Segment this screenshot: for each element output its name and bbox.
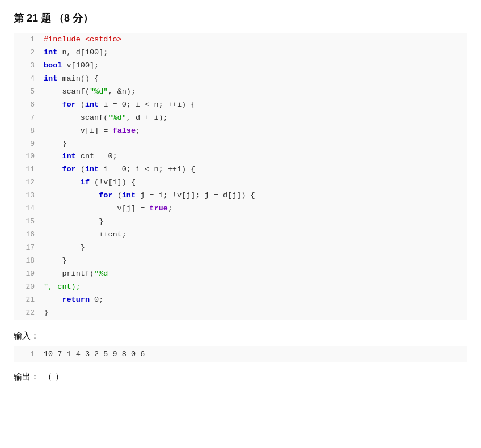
- code-line: 4int main() {: [14, 73, 467, 86]
- line-content: printf("%d: [44, 268, 108, 281]
- code-line: 18 }: [14, 255, 467, 268]
- line-content: ", cnt);: [44, 281, 81, 294]
- code-line: 8 v[i] = false;: [14, 125, 467, 138]
- line-number: 9: [19, 138, 35, 150]
- output-label: 输出： （ ）: [14, 371, 467, 382]
- line-number: 10: [19, 150, 35, 163]
- line-number: 11: [19, 163, 35, 176]
- line-content: }: [44, 307, 48, 320]
- line-content: }: [44, 255, 67, 268]
- line-number: 18: [19, 255, 35, 267]
- line-number: 7: [19, 112, 35, 124]
- input-value: 10 7 1 4 3 2 5 9 8 0 6: [44, 350, 145, 358]
- line-content: int main() {: [44, 73, 99, 86]
- line-content: ++cnt;: [44, 229, 126, 242]
- line-number: 22: [19, 307, 35, 319]
- line-number: 4: [19, 73, 35, 85]
- line-number: 12: [19, 176, 35, 189]
- code-line: 22}: [14, 307, 467, 320]
- line-number: 8: [19, 125, 35, 137]
- problem-title: 第 21 题 （8 分）: [14, 11, 467, 25]
- code-line: 19 printf("%d: [14, 268, 467, 281]
- code-line: 15 }: [14, 215, 467, 229]
- code-line: 14 v[j] = true;: [14, 202, 467, 215]
- line-content: #include <cstdio>: [44, 33, 122, 47]
- line-content: v[j] = true;: [44, 202, 172, 215]
- line-content: bool v[100];: [44, 60, 99, 73]
- code-block: 1#include <cstdio>2int n, d[100];3bool v…: [14, 33, 467, 320]
- input-label: 输入：: [14, 331, 467, 341]
- line-content: scanf("%d", d + i);: [44, 112, 168, 125]
- input-line-num: 1: [19, 350, 35, 358]
- code-line: 1#include <cstdio>: [14, 33, 467, 47]
- line-number: 6: [19, 99, 35, 111]
- code-line: 6 for (int i = 0; i < n; ++i) {: [14, 99, 467, 112]
- line-number: 17: [19, 242, 35, 254]
- input-block: 1 10 7 1 4 3 2 5 9 8 0 6: [14, 346, 467, 362]
- code-line: 17 }: [14, 242, 467, 255]
- code-line: 2int n, d[100];: [14, 47, 467, 60]
- line-content: for (int j = i; !v[j]; j = d[j]) {: [44, 189, 255, 202]
- line-content: scanf("%d", &n);: [44, 86, 136, 99]
- line-number: 3: [19, 60, 35, 72]
- code-line: 12 if (!v[i]) {: [14, 176, 467, 189]
- code-line: 20", cnt);: [14, 281, 467, 294]
- line-number: 20: [19, 281, 35, 293]
- line-number: 5: [19, 86, 35, 98]
- line-content: int n, d[100];: [44, 47, 108, 60]
- code-line: 5 scanf("%d", &n);: [14, 86, 467, 99]
- line-number: 19: [19, 268, 35, 280]
- line-content: int cnt = 0;: [44, 150, 117, 163]
- line-number: 1: [19, 33, 35, 46]
- line-content: for (int i = 0; i < n; ++i) {: [44, 163, 195, 176]
- code-line: 3bool v[100];: [14, 60, 467, 73]
- line-content: }: [44, 138, 67, 151]
- line-number: 2: [19, 47, 35, 59]
- line-number: 16: [19, 229, 35, 241]
- line-content: }: [44, 242, 85, 255]
- line-number: 14: [19, 202, 35, 215]
- code-line: 16 ++cnt;: [14, 229, 467, 242]
- line-content: return 0;: [44, 294, 103, 307]
- code-line: 7 scanf("%d", d + i);: [14, 112, 467, 125]
- code-line: 11 for (int i = 0; i < n; ++i) {: [14, 163, 467, 176]
- line-number: 15: [19, 215, 35, 228]
- line-number: 13: [19, 189, 35, 202]
- code-line: 21 return 0;: [14, 294, 467, 307]
- line-number: 21: [19, 294, 35, 306]
- line-content: }: [44, 215, 103, 229]
- line-content: if (!v[i]) {: [44, 176, 136, 189]
- line-content: v[i] = false;: [44, 125, 140, 138]
- code-line: 10 int cnt = 0;: [14, 150, 467, 163]
- code-line: 13 for (int j = i; !v[j]; j = d[j]) {: [14, 189, 467, 202]
- code-line: 9 }: [14, 138, 467, 151]
- line-content: for (int i = 0; i < n; ++i) {: [44, 99, 195, 112]
